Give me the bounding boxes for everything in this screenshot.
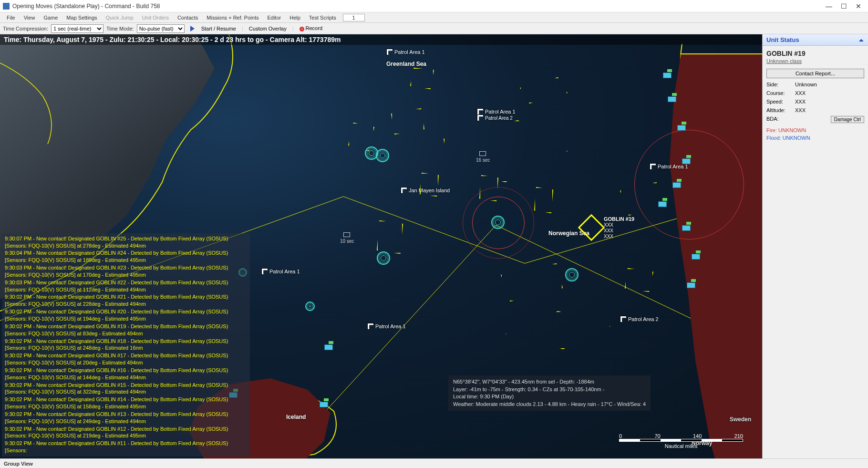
log-entry: 9:30:03 PM - New contact! Designated GOB… xyxy=(5,279,247,293)
selected-line3: XXX xyxy=(604,234,634,239)
selected-line1: XXX xyxy=(604,222,634,228)
log-entry: 9:30:02 PM - New contact! Designated GOB… xyxy=(5,411,247,425)
cursor-info-coords: N65°38'42", W7°04'33" - 423.45nm from se… xyxy=(453,378,646,385)
log-entry: 9:30:02 PM - New contact! Designated GOB… xyxy=(5,426,247,440)
friendly-unit[interactable] xyxy=(324,344,333,350)
sonar-contact[interactable] xyxy=(305,302,315,311)
menu-file[interactable]: File xyxy=(3,14,19,21)
patrol-poly xyxy=(377,220,403,254)
minimize-button[interactable]: — xyxy=(826,2,832,10)
maximize-button[interactable]: ☐ xyxy=(841,2,847,10)
menu-test-scripts[interactable]: Test Scripts xyxy=(305,14,340,21)
damage-ctrl-button[interactable]: Damage Ctrl xyxy=(831,116,864,123)
timing-marker-10s xyxy=(343,232,350,237)
friendly-unit[interactable] xyxy=(687,282,695,288)
log-entry: 9:30:02 PM - New contact! Designated GOB… xyxy=(5,308,247,322)
menu-map-settings[interactable]: Map Settings xyxy=(62,14,101,21)
collapse-panel-icon[interactable]: ⏶ xyxy=(858,37,864,43)
panel-header: Unit Status ⏶ xyxy=(763,34,868,46)
app-icon xyxy=(3,3,10,10)
contact-report-button[interactable]: Contact Report... xyxy=(766,69,864,78)
menu-number-box[interactable]: 1 xyxy=(343,14,365,21)
menu-game[interactable]: Game xyxy=(40,14,62,21)
group-view-label[interactable]: Group View xyxy=(4,461,33,467)
log-entry: 9:30:02 PM - New contact! Designated GOB… xyxy=(5,440,247,454)
timing-marker-16s xyxy=(479,151,486,156)
menu-unit-orders[interactable]: Unit Orders xyxy=(138,14,173,21)
rp-patrol-area-1-2[interactable]: Patrol Area 1 xyxy=(477,108,517,115)
cursor-info-box: N65°38'42", W7°04'33" - 423.45nm from se… xyxy=(448,375,651,411)
unit-status-panel: Unit Status ⏶ GOBLIN #19 Unknown class C… xyxy=(762,34,868,458)
label-sweden: Sweden xyxy=(730,416,751,423)
speed-value: XXX xyxy=(795,99,806,104)
friendly-unit[interactable] xyxy=(682,225,691,231)
selected-contact[interactable]: GOBLIN #19 XXX XXX XXX xyxy=(582,218,601,238)
friendly-unit[interactable] xyxy=(677,125,686,131)
log-entry: 9:30:02 PM - New contact! Designated GOB… xyxy=(5,367,247,381)
flood-status: Flood: UNKNOWN xyxy=(763,134,868,142)
rp-patrol-area-ne[interactable]: Patrol Area 1 xyxy=(650,163,688,170)
sonar-contact[interactable] xyxy=(377,251,390,265)
rp-patrol-area-1-n[interactable]: Patrol Area 1 xyxy=(386,49,425,55)
time-mode-select[interactable]: No-pulse (fast) xyxy=(137,24,185,33)
record-button[interactable]: Record xyxy=(297,24,325,32)
menu-editor[interactable]: Editor xyxy=(263,14,285,21)
patrol-poly xyxy=(444,120,568,182)
friendly-unit[interactable] xyxy=(692,254,700,260)
patrol-poly xyxy=(520,77,568,104)
altitude-value: XXX xyxy=(795,107,806,113)
menu-view[interactable]: View xyxy=(20,14,39,21)
scale-bar: 0 70 140 210 Nautical miles xyxy=(619,433,743,449)
sonar-contact[interactable] xyxy=(376,149,389,162)
patrol-poly xyxy=(625,268,653,292)
cursor-info-localtime: Local time: 9:30 PM (Day) xyxy=(453,393,646,400)
menu-quick-jump[interactable]: Quick Jump xyxy=(102,14,137,21)
rp-patrol-area-2-e[interactable]: Patrol Area 2 xyxy=(620,316,659,322)
sonar-contact[interactable] xyxy=(565,268,579,281)
rp-jan-mayen[interactable]: Jan Mayen Island xyxy=(401,187,450,194)
friendly-unit[interactable] xyxy=(658,201,667,207)
log-entry: 9:30:02 PM - New contact! Designated GOB… xyxy=(5,323,247,337)
menu-help[interactable]: Help xyxy=(286,14,304,21)
map-viewport[interactable]: Time: Thursday, August 7, 1975 - Zulu: 2… xyxy=(0,34,762,458)
unit-class-link[interactable]: Unknown class xyxy=(763,58,868,67)
timing-label-16s: 16 sec xyxy=(476,157,490,163)
log-entry: 9:30:04 PM - New contact! Designated GOB… xyxy=(5,250,247,264)
friendly-unit[interactable] xyxy=(663,73,672,78)
selected-line2: XXX xyxy=(604,228,634,234)
menu-contacts[interactable]: Contacts xyxy=(174,14,202,21)
log-entry: 9:30:03 PM - New contact! Designated GOB… xyxy=(5,264,247,279)
unit-name: GOBLIN #19 xyxy=(763,46,868,58)
time-compression-select[interactable]: 1 sec (real-time) xyxy=(51,24,103,33)
log-entry: 9:30:02 PM - New contact! Designated GOB… xyxy=(5,396,247,410)
custom-overlay-button[interactable]: Custom Overlay xyxy=(246,25,289,32)
cursor-info-weather: Weather: Moderate middle clouds 2.13 - 4… xyxy=(453,401,646,408)
friendly-unit[interactable] xyxy=(320,402,328,407)
patrol-poly xyxy=(391,108,424,135)
rp-patrol-area-1-w[interactable]: Patrol Area 1 xyxy=(261,268,300,275)
log-entry: 9:30:02 PM - New contact! Designated GOB… xyxy=(5,382,247,396)
patrol-poly xyxy=(479,175,498,201)
menu-missions[interactable]: Missions + Ref. Points xyxy=(203,14,262,21)
main-area: Time: Thursday, August 7, 1975 - Zulu: 2… xyxy=(0,34,868,458)
window-title: Opening Moves (Standalone Play) - Comman… xyxy=(12,3,160,10)
footer-bar: Group View xyxy=(0,458,868,468)
rp-patrol-area-mid[interactable]: Patrol Area 1 xyxy=(367,323,406,330)
close-button[interactable]: ✕ xyxy=(856,2,861,10)
scale-label: Nautical miles xyxy=(619,443,743,449)
patrol-poly xyxy=(410,68,434,89)
friendly-unit[interactable] xyxy=(672,182,681,188)
log-entry: 9:30:07 PM - New contact! Designated GOB… xyxy=(5,235,247,250)
time-status-bar: Time: Thursday, August 7, 1975 - Zulu: 2… xyxy=(0,34,762,45)
label-greenland-sea: Greenland Sea xyxy=(386,61,426,67)
friendly-unit[interactable] xyxy=(682,158,691,164)
play-icon[interactable] xyxy=(190,26,195,31)
toolbar: Time Compression: 1 sec (real-time) Time… xyxy=(0,23,868,34)
rp-patrol-area-2-small[interactable]: Patrol Area 2 xyxy=(477,114,513,121)
sonar-contact[interactable] xyxy=(491,216,505,229)
window-controls: — ☐ ✕ xyxy=(826,2,865,10)
start-resume-button[interactable]: Start / Resume xyxy=(198,25,239,32)
friendly-unit[interactable] xyxy=(668,96,676,102)
message-log[interactable]: 9:30:07 PM - New contact! Designated GOB… xyxy=(2,233,250,457)
selection-diamond-icon xyxy=(578,214,605,241)
